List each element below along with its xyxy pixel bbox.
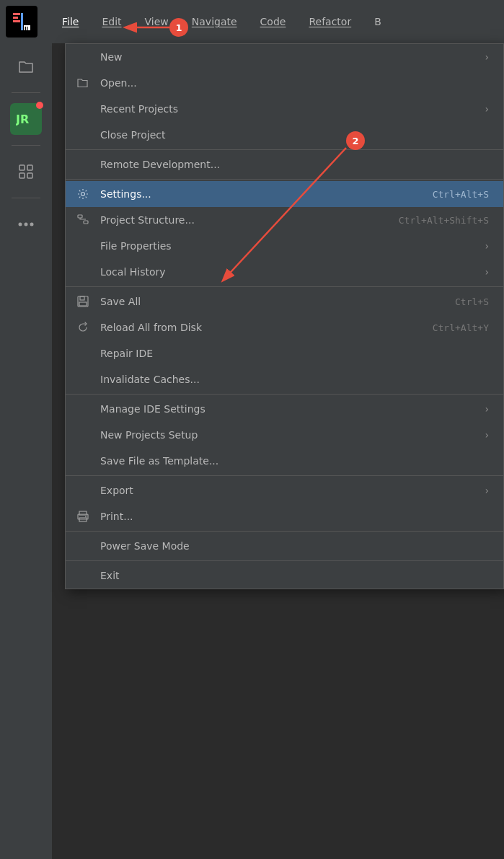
sidebar-folder-icon[interactable] <box>10 50 42 82</box>
svg-point-12 <box>19 223 22 226</box>
svg-point-24 <box>85 516 87 518</box>
svg-text:IJ: IJ <box>25 26 28 32</box>
menu-refactor[interactable]: Refactor <box>304 13 355 30</box>
menu-item-exit[interactable]: Exit <box>66 563 503 589</box>
separator-1 <box>66 149 503 150</box>
menu-item-remote-label: Remote Development... <box>100 159 220 170</box>
menu-item-manage-ide[interactable]: Manage IDE Settings › <box>66 396 503 422</box>
submenu-arrow-manage-ide: › <box>485 403 489 415</box>
svg-rect-4 <box>21 13 23 30</box>
sidebar-divider-2 <box>12 145 40 146</box>
sidebar-divider-3 <box>12 198 40 198</box>
svg-rect-16 <box>78 215 82 218</box>
menu-item-file-properties[interactable]: File Properties › <box>66 233 503 259</box>
menu-item-print-label: Print... <box>100 511 133 522</box>
menu-item-power-save[interactable]: Power Save Mode <box>66 533 503 559</box>
svg-text:JR: JR <box>16 113 29 126</box>
svg-rect-9 <box>27 165 32 170</box>
svg-rect-10 <box>19 173 25 178</box>
reload-shortcut: Ctrl+Alt+Y <box>433 322 489 333</box>
svg-rect-1 <box>13 13 20 15</box>
submenu-arrow-new: › <box>485 51 489 63</box>
menu-view[interactable]: View <box>141 13 173 30</box>
menu-item-save-all[interactable]: Save All Ctrl+S <box>66 288 503 314</box>
menu-item-power-save-label: Power Save Mode <box>100 540 190 552</box>
menu-item-settings-label: Settings... <box>100 188 151 200</box>
menu-item-save-all-label: Save All <box>100 296 141 307</box>
menu-item-file-props-label: File Properties <box>100 240 172 252</box>
submenu-arrow-new-projects: › <box>485 429 489 441</box>
menu-item-save-template-label: Save File as Template... <box>100 455 218 467</box>
svg-rect-11 <box>27 173 32 178</box>
submenu-arrow-export: › <box>485 485 489 496</box>
ide-logo: IJ <box>6 6 37 38</box>
menu-item-project-structure[interactable]: Project Structure... Ctrl+Alt+Shift+S <box>66 207 503 233</box>
save-icon <box>76 294 90 309</box>
menu-item-local-history[interactable]: Local History › <box>66 259 503 285</box>
menu-item-settings[interactable]: Settings... Ctrl+Alt+S <box>66 181 503 207</box>
menu-bar: File Edit View Navigate Code Refactor B <box>0 0 504 43</box>
separator-4 <box>66 394 503 395</box>
menu-item-open[interactable]: Open... <box>66 70 503 96</box>
menu-edit[interactable]: Edit <box>97 13 125 30</box>
svg-rect-3 <box>13 20 20 22</box>
menu-navigate[interactable]: Navigate <box>187 13 242 30</box>
svg-rect-20 <box>79 302 87 306</box>
settings-shortcut: Ctrl+Alt+S <box>433 189 489 200</box>
separator-3 <box>66 286 503 287</box>
svg-rect-2 <box>13 17 18 19</box>
menu-item-repair-ide[interactable]: Repair IDE <box>66 340 503 366</box>
reload-icon <box>76 320 90 335</box>
separator-7 <box>66 560 503 561</box>
menu-item-manage-ide-label: Manage IDE Settings <box>100 403 205 415</box>
menu-item-reload-all[interactable]: Reload All from Disk Ctrl+Alt+Y <box>66 314 503 340</box>
svg-rect-17 <box>84 221 88 224</box>
submenu-arrow-recent: › <box>485 103 489 115</box>
menu-file[interactable]: File <box>58 13 83 30</box>
sidebar-widgets-icon[interactable] <box>10 156 42 188</box>
menu-item-export-label: Export <box>100 485 133 496</box>
menu-item-export[interactable]: Export › <box>66 477 503 503</box>
jr-badge[interactable]: JR <box>10 103 42 135</box>
folder-icon <box>76 76 90 90</box>
file-dropdown-menu: New › Open... Recent Projects › Close Pr… <box>65 43 504 589</box>
menu-item-remote-dev[interactable]: Remote Development... <box>66 151 503 177</box>
menu-item-open-label: Open... <box>100 77 137 89</box>
svg-rect-19 <box>80 296 84 300</box>
svg-point-15 <box>81 193 85 196</box>
save-all-shortcut: Ctrl+S <box>455 296 489 307</box>
sidebar: JR <box>0 43 52 859</box>
menu-item-recent-label: Recent Projects <box>100 103 178 115</box>
submenu-arrow-file-props: › <box>485 240 489 252</box>
separator-2 <box>66 179 503 180</box>
menu-item-save-template[interactable]: Save File as Template... <box>66 448 503 474</box>
menu-item-local-history-label: Local History <box>100 266 166 278</box>
menu-item-close-project[interactable]: Close Project <box>66 122 503 148</box>
svg-point-14 <box>30 223 34 226</box>
project-structure-shortcut: Ctrl+Alt+Shift+S <box>399 215 489 226</box>
menu-item-reload-label: Reload All from Disk <box>100 322 202 333</box>
menu-item-close-label: Close Project <box>100 129 166 141</box>
sidebar-divider-1 <box>12 92 40 93</box>
menu-item-repair-label: Repair IDE <box>100 348 153 359</box>
submenu-arrow-local-history: › <box>485 266 489 278</box>
separator-5 <box>66 475 503 476</box>
menu-item-invalidate-label: Invalidate Caches... <box>100 374 200 385</box>
project-structure-icon <box>76 213 90 227</box>
sidebar-more-icon[interactable] <box>10 208 42 240</box>
separator-6 <box>66 531 503 532</box>
svg-point-13 <box>25 223 28 226</box>
menu-item-new-projects-label: New Projects Setup <box>100 429 198 441</box>
menu-item-new[interactable]: New › <box>66 44 503 70</box>
menu-build[interactable]: B <box>370 13 386 30</box>
menu-code[interactable]: Code <box>256 13 291 30</box>
print-icon <box>76 509 90 524</box>
menu-item-new-label: New <box>100 51 123 63</box>
menu-item-print[interactable]: Print... <box>66 503 503 529</box>
menu-item-invalidate-caches[interactable]: Invalidate Caches... <box>66 366 503 392</box>
gear-icon <box>76 187 90 201</box>
menu-item-recent-projects[interactable]: Recent Projects › <box>66 96 503 122</box>
menu-item-exit-label: Exit <box>100 570 120 581</box>
svg-rect-8 <box>19 165 25 170</box>
menu-item-new-projects-setup[interactable]: New Projects Setup › <box>66 422 503 448</box>
